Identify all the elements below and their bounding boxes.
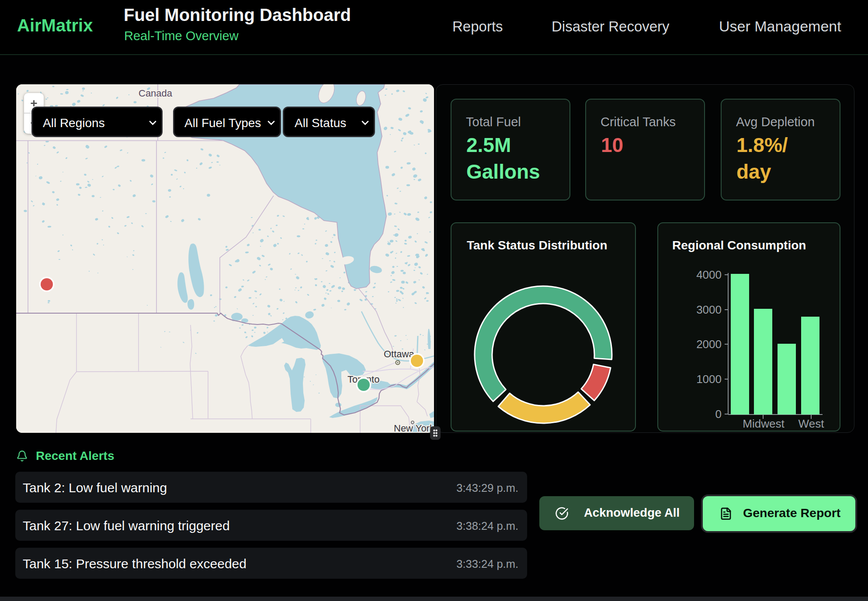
svg-text:0: 0 [715, 408, 722, 421]
svg-text:Canada: Canada [139, 88, 173, 99]
svg-text:3000: 3000 [696, 303, 722, 316]
svg-text:Midwest: Midwest [743, 417, 785, 430]
svg-text:2000: 2000 [696, 338, 722, 351]
svg-text:New York: New York [394, 423, 434, 433]
svg-text:West: West [799, 417, 825, 430]
svg-text:1000: 1000 [696, 373, 722, 386]
svg-text:4000: 4000 [696, 268, 722, 281]
